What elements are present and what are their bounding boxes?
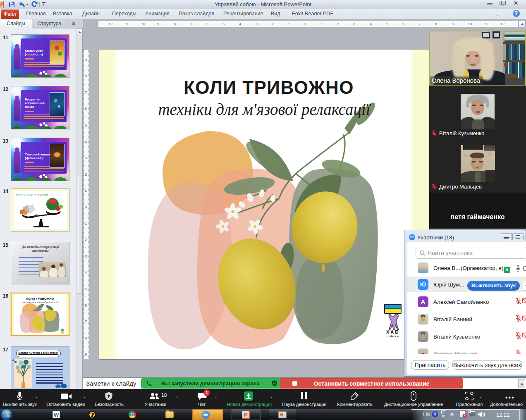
svg-text:стійкості: стійкості (387, 335, 399, 338)
svg-text:ХАБ: ХАБ (386, 329, 399, 334)
